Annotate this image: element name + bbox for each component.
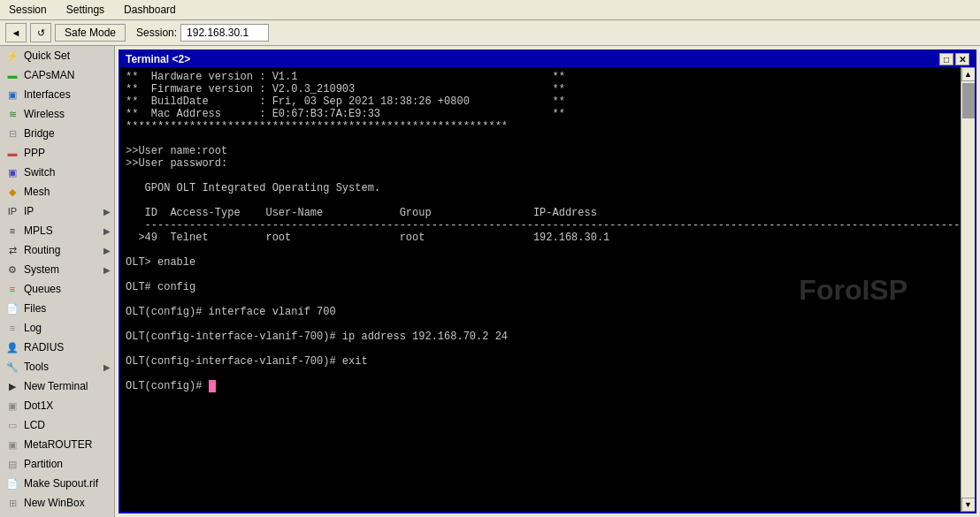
mpls-arrow-icon: ▶: [103, 226, 111, 236]
sidebar-item-label-radius: RADIUS: [24, 341, 64, 354]
log-icon: ≡: [5, 321, 19, 335]
scroll-thumb[interactable]: [962, 83, 975, 118]
sidebar-item-exit[interactable]: ✕Exit: [0, 513, 114, 517]
tools-arrow-icon: ▶: [103, 362, 111, 372]
terminal-close-button[interactable]: ✕: [955, 53, 969, 65]
terminal-content[interactable]: ForoISP** Hardware version : V1.1 ** ** …: [120, 67, 961, 512]
terminal-scrollbar: ▲ ▼: [961, 67, 975, 512]
partition-icon: ▤: [5, 457, 19, 471]
radius-icon: 👤: [5, 340, 19, 354]
sidebar-item-label-routing: Routing: [24, 244, 60, 256]
mesh-icon: ◆: [5, 185, 19, 199]
sidebar-item-label-lcd: LCD: [24, 419, 45, 431]
watermark: ForoISP: [799, 273, 907, 306]
sidebar-item-log[interactable]: ≡Log: [0, 318, 114, 338]
routing-arrow-icon: ▶: [103, 246, 111, 255]
main-layout: ⚡Quick Set▬CAPsMAN▣Interfaces≋Wireless⊟B…: [0, 46, 980, 517]
sidebar-item-make-supout[interactable]: 📄Make Supout.rif: [0, 474, 114, 493]
sidebar-item-label-make-supout: Make Supout.rif: [24, 477, 98, 490]
sidebar-item-label-wireless: Wireless: [24, 108, 65, 120]
sidebar-item-system[interactable]: ⚙System▶: [0, 260, 114, 279]
back-button[interactable]: ◄: [5, 23, 27, 42]
new-terminal-icon: ▶: [5, 379, 19, 393]
terminal-area: Terminal <2> □ ✕ ForoISP** Hardware vers…: [115, 46, 980, 517]
tools-icon: 🔧: [5, 360, 19, 374]
sidebar-item-mpls[interactable]: ≡MPLS▶: [0, 221, 114, 240]
scroll-track: [962, 81, 975, 498]
sidebar-item-lcd[interactable]: ▭LCD: [0, 415, 114, 435]
sidebar-item-capsman[interactable]: ▬CAPsMAN: [0, 65, 114, 85]
sidebar-item-quick-set[interactable]: ⚡Quick Set: [0, 46, 114, 65]
scroll-up-button[interactable]: ▲: [961, 67, 976, 81]
refresh-button[interactable]: ↺: [30, 23, 51, 42]
menu-dashboard[interactable]: Dashboard: [119, 2, 181, 18]
queues-icon: ≡: [5, 282, 19, 296]
ppp-icon: ▬: [5, 146, 19, 160]
terminal-titlebar-buttons: □ ✕: [939, 53, 969, 65]
switch-icon: ▣: [5, 165, 19, 179]
terminal-text: ** Hardware version : V1.1 ** ** Firmwar…: [126, 71, 961, 392]
bridge-icon: ⊟: [5, 126, 19, 141]
sidebar-item-new-terminal[interactable]: ▶New Terminal: [0, 376, 114, 396]
sidebar-item-label-log: Log: [24, 322, 42, 334]
sidebar-item-radius[interactable]: 👤RADIUS: [0, 338, 114, 357]
sidebar-item-wireless[interactable]: ≋Wireless: [0, 104, 114, 124]
terminal-title: Terminal <2>: [126, 53, 190, 65]
sidebar-item-files[interactable]: 📄Files: [0, 299, 114, 318]
sidebar-item-label-new-terminal: New Terminal: [24, 380, 88, 392]
system-icon: ⚙: [5, 262, 19, 277]
sidebar-item-interfaces[interactable]: ▣Interfaces: [0, 85, 114, 104]
sidebar-item-label-tools: Tools: [24, 361, 49, 373]
mpls-icon: ≡: [5, 224, 19, 238]
interfaces-icon: ▣: [5, 87, 19, 102]
terminal-minimize-button[interactable]: □: [939, 53, 953, 65]
session-label: Session:: [136, 27, 177, 39]
sidebar-item-queues[interactable]: ≡Queues: [0, 279, 114, 299]
sidebar-item-ip[interactable]: IPIP▶: [0, 201, 114, 221]
make-supout-icon: 📄: [5, 476, 19, 490]
system-arrow-icon: ▶: [103, 265, 111, 275]
capsman-icon: ▬: [5, 68, 19, 82]
lcd-icon: ▭: [5, 418, 19, 432]
sidebar-item-label-system: System: [24, 263, 59, 276]
sidebar-item-new-winbox[interactable]: ⊞New WinBox: [0, 493, 114, 513]
ip-icon: IP: [5, 204, 19, 218]
sidebar-item-label-bridge: Bridge: [24, 127, 55, 140]
sidebar-item-tools[interactable]: 🔧Tools▶: [0, 357, 114, 376]
ip-arrow-icon: ▶: [103, 207, 111, 217]
new-winbox-icon: ⊞: [5, 496, 19, 510]
menu-bar: Session Settings Dashboard: [0, 0, 980, 20]
session-ip: 192.168.30.1: [180, 24, 269, 42]
sidebar-item-label-dot1x: Dot1X: [24, 399, 53, 412]
safe-mode-button[interactable]: Safe Mode: [55, 24, 126, 42]
sidebar-item-label-files: Files: [24, 302, 46, 315]
menu-settings[interactable]: Settings: [61, 2, 110, 18]
terminal-window: Terminal <2> □ ✕ ForoISP** Hardware vers…: [119, 49, 976, 513]
terminal-titlebar: Terminal <2> □ ✕: [120, 51, 975, 67]
terminal-cursor: [209, 380, 216, 392]
toolbar: ◄ ↺ Safe Mode Session: 192.168.30.1: [0, 20, 980, 46]
sidebar-item-label-queues: Queues: [24, 283, 61, 295]
sidebar-item-routing[interactable]: ⇄Routing▶: [0, 240, 114, 260]
sidebar-item-label-ip: IP: [24, 205, 34, 217]
sidebar-item-partition[interactable]: ▤Partition: [0, 454, 114, 474]
files-icon: 📄: [5, 301, 19, 316]
sidebar: ⚡Quick Set▬CAPsMAN▣Interfaces≋Wireless⊟B…: [0, 46, 115, 517]
sidebar-item-switch[interactable]: ▣Switch: [0, 163, 114, 182]
sidebar-item-label-mesh: Mesh: [24, 186, 50, 198]
terminal-body: ForoISP** Hardware version : V1.1 ** ** …: [120, 67, 975, 512]
sidebar-item-metarouter[interactable]: ▣MetaROUTER: [0, 435, 114, 454]
sidebar-item-label-metarouter: MetaROUTER: [24, 438, 92, 451]
sidebar-item-ppp[interactable]: ▬PPP: [0, 143, 114, 163]
menu-session[interactable]: Session: [4, 2, 52, 18]
sidebar-item-label-quick-set: Quick Set: [24, 49, 70, 62]
sidebar-item-label-interfaces: Interfaces: [24, 88, 71, 101]
sidebar-item-label-partition: Partition: [24, 458, 63, 470]
sidebar-item-label-new-winbox: New WinBox: [24, 497, 85, 509]
sidebar-item-label-mpls: MPLS: [24, 224, 53, 237]
sidebar-item-mesh[interactable]: ◆Mesh: [0, 182, 114, 201]
routing-icon: ⇄: [5, 243, 19, 257]
scroll-down-button[interactable]: ▼: [961, 498, 976, 512]
sidebar-item-dot1x[interactable]: ▣Dot1X: [0, 396, 114, 415]
sidebar-item-bridge[interactable]: ⊟Bridge: [0, 124, 114, 143]
